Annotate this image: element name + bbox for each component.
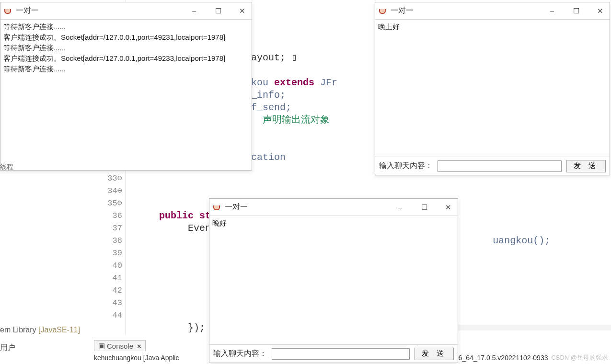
java-icon [3,7,12,15]
line-number: 37 [96,222,122,235]
minimize-button[interactable]: – [187,7,201,15]
keyword-extends: extends [274,77,314,88]
line-number: 35⊖ [96,197,122,210]
line-number: 39 [96,247,122,260]
line-number: 44 [96,309,122,322]
line-number: 40 [96,260,122,272]
keyword-public: public [159,210,194,221]
server-log-textarea[interactable]: 等待新客户连接...... 客户端连接成功。Socket[addr=/127.0… [1,21,251,168]
maximize-button[interactable]: ☐ [569,7,583,15]
chat-input-label: 输入聊天内容： [213,349,267,359]
chat-window-center[interactable]: 一对一 – ☐ ✕ 晚好 输入聊天内容： 发 送 [209,198,458,363]
window-title: 一对一 [225,202,248,212]
maximize-button[interactable]: ☐ [417,203,431,212]
close-button[interactable]: ✕ [441,203,455,212]
title-bar[interactable]: 一对一 – ☐ ✕ [0,2,252,20]
server-window[interactable]: 一对一 – ☐ ✕ 等待新客户连接...... 客户端连接成功。Socket[a… [0,2,252,171]
send-button[interactable]: 发 送 [566,160,606,172]
line-number: 36 [96,210,122,222]
code-fragment: tf_send; [245,102,291,113]
line-number: 38 [96,235,122,247]
minimize-button[interactable]: – [393,203,407,212]
chat-input[interactable] [272,348,410,360]
console-process-label: kehuchuangkou [Java Applic [94,354,179,362]
line-number: 34⊖ [96,185,122,197]
watermark: CSDN @岳母的强求 [551,353,608,362]
chat-input-label: 输入聊天内容： [379,161,433,171]
console-tab[interactable]: ▣ Console × [94,340,146,351]
package-explorer-fragment: em Library [JavaSE-11] 用户 [0,326,96,362]
java-icon [212,203,221,212]
close-button[interactable]: ✕ [593,7,607,15]
line-number: 43 [96,297,122,309]
close-icon[interactable]: × [137,342,141,350]
line-number: 33⊖ [96,172,122,185]
line-number: 41 [96,272,122,284]
line-number: 42 [96,284,122,297]
tree-node-user[interactable]: 用户 [0,343,96,353]
chat-history-textarea[interactable]: 晚好 [210,217,457,343]
library-version: [JavaSE-11] [38,326,80,334]
code-fragment: }); [188,322,205,333]
thread-label-fragment: 线程 [0,163,13,171]
title-bar[interactable]: 一对一 – ☐ ✕ [209,199,458,216]
maximize-button[interactable]: ☐ [211,7,225,15]
window-title: 一对一 [391,6,414,16]
send-button[interactable]: 发 送 [415,348,454,360]
java-icon [378,7,387,15]
title-bar[interactable]: 一对一 – ☐ ✕ [375,2,610,20]
chat-history-textarea[interactable]: 晚上好 [376,21,609,156]
console-icon: ▣ [98,341,105,350]
code-fragment: JFr [314,77,337,88]
window-title: 一对一 [16,6,39,16]
library-label: em Library [0,326,38,334]
code-fragment: uangkou(); [493,235,550,246]
chat-input[interactable] [438,160,562,172]
close-button[interactable]: ✕ [235,7,249,15]
chat-window-right[interactable]: 一对一 – ☐ ✕ 晚上好 输入聊天内容： 发 送 [375,2,610,175]
minimize-button[interactable]: – [545,7,559,15]
console-tab-label: Console [107,342,133,350]
